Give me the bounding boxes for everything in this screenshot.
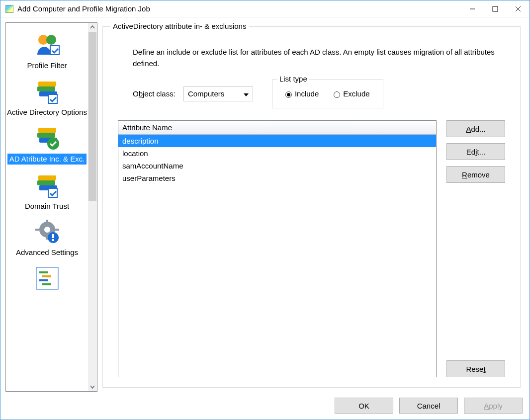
svg-rect-26 (52, 234, 54, 238)
maximize-button[interactable] (484, 1, 507, 16)
radio-icon (285, 91, 292, 98)
sidebar-item-next[interactable] (6, 261, 88, 295)
scroll-down-icon[interactable] (88, 382, 97, 391)
sidebar: Profile Filter Active Directory Options … (5, 22, 97, 392)
add-button[interactable]: Add... (446, 120, 505, 137)
svg-rect-31 (39, 279, 48, 281)
attribute-groupbox: ActiveDirectory attribute in- & exclusio… (102, 26, 521, 388)
list-type-group: List type Include Exclude (272, 79, 383, 108)
scroll-up-icon[interactable] (88, 23, 97, 32)
sidebar-item-label: Advanced Settings (16, 248, 78, 257)
sidebar-scrollbar[interactable] (88, 23, 97, 391)
dialog-footer: OK Cancel Apply (0, 392, 530, 420)
users-icon (31, 29, 63, 61)
svg-rect-27 (52, 239, 54, 241)
svg-rect-32 (42, 283, 51, 285)
scroll-track[interactable] (88, 32, 97, 382)
svg-rect-1 (493, 6, 498, 11)
svg-rect-11 (38, 128, 56, 133)
reset-button[interactable]: Reset (446, 360, 505, 377)
svg-rect-7 (38, 82, 56, 86)
svg-rect-28 (36, 267, 58, 289)
titlebar[interactable]: Add Computer and Profile Migration Job (0, 0, 530, 17)
attribute-row[interactable]: location (118, 147, 436, 160)
sidebar-item-label: Profile Filter (27, 61, 67, 71)
sidebar-item-advanced-settings[interactable]: Advanced Settings (6, 215, 88, 258)
app-icon (5, 5, 13, 13)
dialog-window: Add Computer and Profile Migration Job P… (0, 0, 530, 420)
books-check-icon (31, 122, 63, 154)
radio-icon (334, 91, 340, 98)
object-class-select[interactable]: Computers (183, 86, 253, 101)
svg-rect-18 (48, 188, 57, 197)
radio-exclude[interactable]: Exclude (334, 89, 369, 98)
svg-rect-30 (42, 275, 51, 277)
edit-button[interactable]: Edit... (446, 143, 505, 160)
close-button[interactable] (507, 1, 530, 16)
sidebar-item-profile-filter[interactable]: Profile Filter (6, 28, 88, 72)
sidebar-item-ad-options[interactable]: Active Directory Options (6, 75, 88, 118)
attribute-list[interactable]: Attribute Name descriptionlocationsamAcc… (118, 120, 437, 377)
svg-rect-12 (37, 133, 55, 138)
instruction-text: Define an include or exclude list for at… (133, 47, 505, 69)
scroll-thumb[interactable] (88, 32, 96, 201)
svg-rect-21 (46, 220, 48, 224)
svg-point-20 (44, 227, 50, 233)
svg-rect-10 (48, 94, 57, 103)
cancel-button[interactable]: Cancel (399, 398, 458, 414)
object-class-label: Object class: (133, 89, 176, 98)
attribute-row[interactable]: userParameters (118, 172, 436, 184)
svg-rect-23 (35, 229, 39, 231)
apply-button[interactable]: Apply (464, 398, 523, 414)
flow-icon (31, 262, 63, 294)
window-title: Add Computer and Profile Migration Job (17, 4, 150, 13)
sidebar-item-label: Active Directory Options (7, 107, 87, 117)
remove-button[interactable]: Remove (446, 166, 505, 183)
sidebar-item-label: Domain Trust (25, 201, 69, 211)
list-type-legend: List type (277, 75, 309, 83)
gear-icon (31, 216, 63, 248)
sidebar-item-label: AD Atribute Inc. & Exc. (7, 154, 87, 165)
sidebar-item-domain-trust[interactable]: Domain Trust (6, 168, 88, 212)
books-icon (31, 76, 63, 107)
attribute-row[interactable]: description (118, 135, 436, 147)
svg-rect-16 (37, 180, 55, 185)
attribute-header[interactable]: Attribute Name (118, 121, 436, 135)
select-value: Computers (188, 89, 224, 98)
svg-rect-15 (38, 175, 56, 180)
svg-rect-24 (55, 229, 59, 231)
content-panel: ActiveDirectory attribute in- & exclusio… (102, 22, 525, 392)
attribute-row[interactable]: samAccountName (118, 160, 436, 172)
sidebar-item-ad-attribute[interactable]: AD Atribute Inc. & Exc. (6, 121, 88, 166)
ok-button[interactable]: OK (335, 398, 393, 414)
svg-rect-6 (50, 46, 59, 55)
groupbox-legend: ActiveDirectory attribute in- & exclusio… (110, 22, 249, 30)
books-icon (31, 169, 63, 201)
svg-rect-29 (39, 271, 48, 273)
radio-include[interactable]: Include (285, 89, 319, 98)
chevron-down-icon (244, 89, 249, 98)
minimize-button[interactable] (461, 1, 484, 16)
svg-rect-8 (37, 86, 55, 91)
svg-point-5 (46, 35, 56, 45)
